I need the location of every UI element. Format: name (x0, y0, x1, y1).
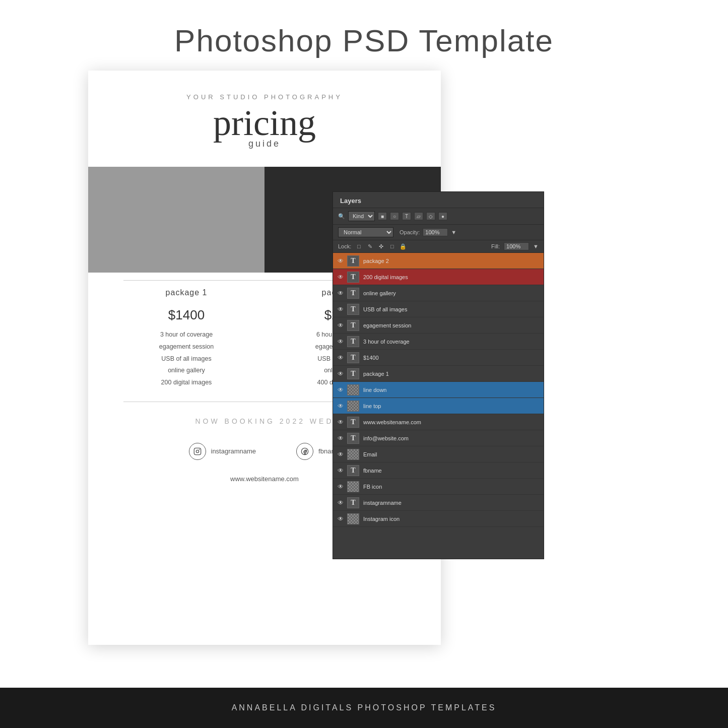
layer-visibility-icon[interactable]: 👁 (336, 466, 345, 475)
layer-row[interactable]: 👁 T instagramname (333, 495, 544, 511)
layer-visibility-icon[interactable]: 👁 (336, 321, 345, 330)
layer-name: egagement session (363, 322, 411, 328)
layer-visibility-icon[interactable]: 👁 (336, 289, 345, 298)
layer-row[interactable]: 👁 FB icon (333, 479, 544, 495)
layer-thumbnail: T (347, 320, 359, 331)
opacity-label: Opacity: (400, 229, 420, 235)
package1-price: $1400 (108, 307, 264, 323)
layer-name: Instagram icon (363, 516, 400, 522)
layer-thumbnail (347, 513, 359, 524)
lock-artboard-icon[interactable]: □ (388, 243, 395, 250)
fill-label: Fill: (491, 243, 500, 249)
layer-thumbnail: T (347, 352, 359, 363)
lock-all-icon[interactable]: 🔒 (400, 243, 407, 250)
kind-select[interactable]: Kind (348, 211, 375, 221)
opacity-input[interactable] (423, 228, 448, 236)
layer-visibility-icon[interactable]: 👁 (336, 256, 345, 266)
facebook-icon (296, 443, 313, 460)
layer-visibility-icon[interactable]: 👁 (336, 450, 345, 459)
layer-name: 200 digital images (363, 274, 408, 280)
blend-mode-select[interactable]: Normal (338, 227, 393, 237)
layer-row[interactable]: 👁 T online gallery (333, 285, 544, 301)
layer-name: 3 hour of coverage (363, 339, 410, 345)
pricing-header: YOUR STUDIO PHOTOGRAPHY pricing guide (88, 71, 441, 159)
layer-visibility-icon[interactable]: 👁 (336, 369, 345, 378)
layer-thumbnail (347, 401, 359, 412)
layer-row[interactable]: 👁 T info@website.com (333, 430, 544, 446)
layer-visibility-icon[interactable]: 👁 (336, 273, 345, 282)
layer-thumbnail (347, 449, 359, 460)
lock-transparency-icon[interactable]: □ (355, 243, 362, 250)
layer-name: line top (363, 403, 381, 409)
layers-panel-title: Layers (333, 192, 544, 208)
layer-visibility-icon[interactable]: 👁 (336, 514, 345, 523)
layer-name: line down (363, 387, 386, 393)
package1-name: package 1 (108, 288, 264, 297)
layer-visibility-icon[interactable]: 👁 (336, 337, 345, 346)
layers-panel: Layers 🔍 Kind ■ ○ T ▱ ◇ ● Normal Opacity… (333, 191, 544, 559)
svg-rect-0 (194, 448, 201, 454)
layer-row[interactable]: 👁 T fbname (333, 462, 544, 479)
layer-thumbnail: T (347, 336, 359, 347)
color-block-gray (88, 167, 264, 273)
layer-row[interactable]: 👁 T www.websitename.com (333, 414, 544, 430)
layer-name: package 2 (363, 258, 389, 264)
layer-row[interactable]: 👁 Email (333, 446, 544, 462)
layer-row[interactable]: 👁 T egagement session (333, 317, 544, 334)
layer-thumbnail (347, 481, 359, 492)
layer-visibility-icon[interactable]: 👁 (336, 418, 345, 427)
layers-list: 👁 T package 2 👁 T 200 digital images 👁 T… (333, 253, 544, 559)
package1-col: package 1 $1400 3 hour of coverage egage… (108, 288, 264, 389)
layer-visibility-icon[interactable]: 👁 (336, 353, 345, 362)
bottom-bar: Annabella Digitals photoshop templates (0, 688, 728, 728)
search-icon: 🔍 (338, 213, 345, 220)
layer-row[interactable]: 👁 T package 2 (333, 253, 544, 269)
layer-row[interactable]: 👁 line down (333, 382, 544, 398)
layer-thumbnail: T (347, 433, 359, 444)
layers-mode-bar[interactable]: Normal Opacity: ▼ (333, 225, 544, 240)
smart-filter-btn[interactable]: ◇ (426, 212, 435, 220)
layer-thumbnail (347, 384, 359, 395)
lock-label: Lock: (338, 243, 351, 249)
layer-row[interactable]: 👁 Instagram icon (333, 511, 544, 527)
shape-filter-btn[interactable]: ▱ (414, 212, 423, 220)
layer-thumbnail: T (347, 497, 359, 508)
extra-filter-btn[interactable]: ● (438, 212, 447, 220)
layer-row[interactable]: 👁 T package 1 (333, 366, 544, 382)
fill-input[interactable] (504, 242, 529, 250)
type-filter-btn[interactable]: T (402, 212, 411, 220)
layer-name: instagramname (363, 500, 402, 506)
pricing-script: pricing (98, 105, 431, 141)
studio-name: YOUR STUDIO PHOTOGRAPHY (98, 93, 431, 101)
package1-features: 3 hour of coverage egagement session USB… (108, 329, 264, 389)
lock-pixels-icon[interactable]: ✎ (366, 243, 373, 250)
layer-row[interactable]: 👁 T $1400 (333, 350, 544, 366)
layer-row[interactable]: 👁 T USB of all images (333, 301, 544, 317)
layer-visibility-icon[interactable]: 👁 (336, 385, 345, 394)
layer-visibility-icon[interactable]: 👁 (336, 482, 345, 491)
layer-name: USB of all images (363, 306, 407, 312)
layers-search-bar[interactable]: 🔍 Kind ■ ○ T ▱ ◇ ● (333, 208, 544, 225)
page-background: Photoshop PSD Template YOUR STUDIO PHOTO… (0, 0, 728, 728)
pixel-filter-btn[interactable]: ■ (378, 212, 387, 220)
adjustment-filter-btn[interactable]: ○ (390, 212, 399, 220)
svg-point-2 (199, 449, 200, 450)
opacity-arrow-icon: ▼ (451, 229, 456, 235)
bottom-bar-text: Annabella Digitals photoshop templates (232, 703, 497, 712)
svg-point-1 (196, 450, 198, 452)
layer-name: package 1 (363, 371, 389, 377)
layer-row[interactable]: 👁 line top (333, 398, 544, 414)
layer-visibility-icon[interactable]: 👁 (336, 305, 345, 314)
lock-position-icon[interactable]: ✜ (377, 243, 384, 250)
layer-thumbnail: T (347, 288, 359, 299)
layer-name: www.websitename.com (363, 419, 421, 425)
layer-name: online gallery (363, 290, 396, 296)
layer-visibility-icon[interactable]: 👁 (336, 434, 345, 443)
layer-visibility-icon[interactable]: 👁 (336, 402, 345, 411)
layer-row[interactable]: 👁 T 200 digital images (333, 269, 544, 285)
layer-thumbnail: T (347, 368, 359, 379)
layer-row[interactable]: 👁 T 3 hour of coverage (333, 334, 544, 350)
guide-word: guide (98, 139, 431, 149)
layer-visibility-icon[interactable]: 👁 (336, 498, 345, 507)
layer-thumbnail: T (347, 272, 359, 283)
